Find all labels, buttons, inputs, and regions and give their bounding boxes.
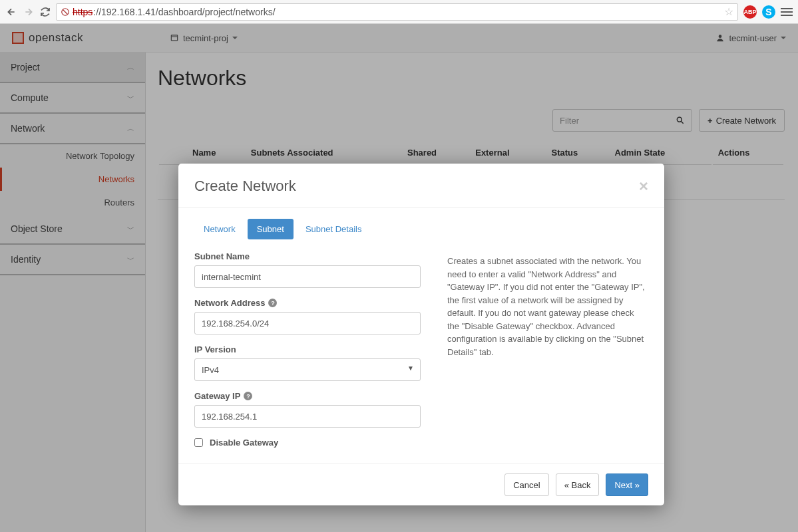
browser-toolbar: https ://192.168.1.41/dashboard/project/…	[0, 0, 798, 24]
adblock-icon[interactable]: ABP	[743, 5, 757, 19]
back-icon[interactable]	[5, 6, 17, 18]
label-disable-gateway: Disable Gateway	[210, 438, 278, 448]
modal-title: Create Network	[194, 178, 296, 195]
label-gateway-ip: Gateway IP ?	[194, 391, 421, 401]
label-ip-version: IP Version	[194, 344, 421, 354]
create-network-modal: Create Network × Network Subnet Subnet D…	[178, 164, 664, 505]
modal-footer: Cancel « Back Next »	[178, 464, 664, 505]
help-icon[interactable]: ?	[268, 299, 277, 307]
help-icon[interactable]: ?	[244, 392, 252, 400]
gateway-ip-input[interactable]	[194, 405, 421, 428]
url-path: ://192.168.1.41/dashboard/project/networ…	[93, 7, 275, 17]
forward-icon[interactable]	[23, 6, 35, 18]
tab-network[interactable]: Network	[194, 219, 245, 239]
ip-version-select[interactable]: IPv4	[194, 358, 421, 381]
bookmark-icon[interactable]: ☆	[724, 5, 733, 18]
tab-subnet[interactable]: Subnet	[248, 219, 294, 239]
disable-gateway-checkbox[interactable]	[194, 438, 203, 447]
back-button[interactable]: « Back	[556, 473, 600, 496]
url-bar[interactable]: https ://192.168.1.41/dashboard/project/…	[56, 3, 738, 21]
network-address-input[interactable]	[194, 312, 421, 334]
label-subnet-name: Subnet Name	[194, 251, 421, 261]
modal-header: Create Network ×	[178, 164, 664, 208]
label-network-address: Network Address ?	[194, 298, 421, 308]
modal-tabs: Network Subnet Subnet Details	[194, 219, 421, 239]
url-scheme: https	[73, 7, 93, 17]
reload-icon[interactable]	[40, 7, 51, 17]
subnet-name-input[interactable]	[194, 265, 421, 288]
skype-icon[interactable]: S	[762, 5, 775, 19]
next-button[interactable]: Next »	[606, 473, 648, 496]
modal-help-text: Creates a subnet associated with the net…	[447, 219, 648, 448]
hamburger-icon[interactable]	[781, 8, 793, 16]
close-icon[interactable]: ×	[639, 177, 648, 196]
cancel-button[interactable]: Cancel	[504, 473, 548, 496]
tab-subnet-details[interactable]: Subnet Details	[296, 219, 371, 239]
insecure-icon	[61, 7, 70, 17]
